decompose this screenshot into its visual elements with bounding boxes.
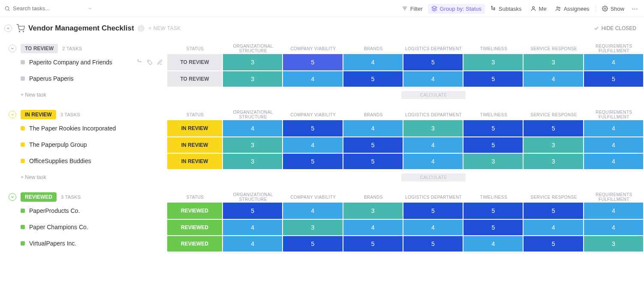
score-cell[interactable]: 4 [223,120,283,136]
score-cell[interactable]: 5 [343,136,403,153]
score-cell[interactable]: 3 [524,136,584,153]
status-cell[interactable]: REVIEWED [167,203,223,219]
score-cell[interactable]: 4 [223,235,283,252]
task-cell[interactable]: The Paperpulp Group [0,136,167,153]
score-cell[interactable]: 4 [343,219,403,235]
score-cell[interactable]: 5 [463,219,524,235]
collapse-list-toggle[interactable] [4,24,12,32]
show-button[interactable]: Show [599,4,628,14]
column-header[interactable]: ORGANIZATIONAL STRUCTURE [223,110,283,119]
score-cell[interactable]: 3 [463,153,524,169]
me-button[interactable]: Me [527,4,550,14]
column-header[interactable]: COMPANY VIABILITY [283,195,343,200]
score-cell[interactable]: 4 [584,54,644,70]
score-cell[interactable]: 5 [463,120,524,136]
score-cell[interactable]: 4 [403,219,463,235]
status-cell[interactable]: REVIEWED [167,235,223,252]
more-menu-button[interactable]: ··· [629,4,641,14]
score-cell[interactable]: 4 [343,54,403,70]
edit-icon[interactable] [157,59,163,65]
score-cell[interactable]: 4 [584,219,644,235]
score-cell[interactable]: 4 [403,136,463,153]
score-cell[interactable]: 5 [463,136,524,153]
score-cell[interactable]: 4 [343,120,403,136]
score-cell[interactable]: 4 [584,153,644,169]
calculate-button[interactable]: CALCULATE [401,173,466,182]
score-cell[interactable]: 5 [343,235,403,252]
task-cell[interactable]: Paper Champions Co. [0,219,167,235]
score-cell[interactable]: 3 [223,54,283,70]
score-cell[interactable]: 5 [524,235,584,252]
score-cell[interactable]: 4 [283,70,343,87]
score-cell[interactable]: 5 [283,235,343,252]
score-cell[interactable]: 3 [223,70,283,87]
filter-button[interactable]: Filter [398,4,426,14]
info-icon[interactable]: i [138,25,144,32]
group-toggle[interactable] [9,45,16,52]
column-header[interactable]: SERVICE RESPONSE [524,46,584,51]
group-toggle[interactable] [9,111,16,118]
score-cell[interactable]: 5 [403,235,463,252]
search-input[interactable] [13,5,81,12]
score-cell[interactable]: 5 [463,70,524,87]
column-header[interactable]: TIMELINESS [463,112,524,117]
score-cell[interactable]: 5 [283,54,343,70]
score-cell[interactable]: 3 [524,153,584,169]
score-cell[interactable]: 4 [403,153,463,169]
score-cell[interactable]: 5 [283,153,343,169]
column-header[interactable]: BRANDS [343,112,403,117]
score-cell[interactable]: 5 [403,54,463,70]
score-cell[interactable]: 4 [283,203,343,219]
score-cell[interactable]: 5 [343,153,403,169]
score-cell[interactable]: 5 [463,203,524,219]
score-cell[interactable]: 3 [223,153,283,169]
subtask-icon[interactable] [136,59,142,65]
score-cell[interactable]: 5 [283,120,343,136]
column-header[interactable]: BRANDS [343,46,403,51]
status-pill[interactable]: TO REVIEW [21,44,58,53]
column-header[interactable]: LOGISTICS DEPARTMENT [403,195,463,200]
groupby-button[interactable]: Group by: Status [428,4,485,14]
new-task-button[interactable]: + New task [0,170,167,185]
score-cell[interactable]: 4 [223,219,283,235]
status-pill[interactable]: IN REVIEW [21,110,56,119]
tag-icon[interactable] [147,59,153,65]
group-toggle[interactable] [9,193,16,201]
task-cell[interactable]: Paperus Paperis [0,70,167,87]
score-cell[interactable]: 4 [584,120,644,136]
task-cell[interactable]: Paperito Company and Friends [0,54,167,70]
column-header[interactable]: BRANDS [343,195,403,200]
subtasks-button[interactable]: Subtasks [487,4,525,14]
status-cell[interactable]: IN REVIEW [167,136,223,153]
hide-closed-button[interactable]: HIDE CLOSED [594,25,636,31]
score-cell[interactable]: 3 [463,54,524,70]
column-header[interactable]: ORGANIZATIONAL STRUCTURE [223,44,283,53]
score-cell[interactable]: 3 [524,54,584,70]
score-cell[interactable]: 4 [584,136,644,153]
column-header[interactable]: REQUIREMENTS FULFILLMENT [584,110,644,119]
calculate-button[interactable]: CALCULATE [401,91,466,99]
column-header[interactable]: TIMELINESS [463,46,524,51]
column-header[interactable]: TIMELINESS [463,195,524,200]
column-header[interactable]: LOGISTICS DEPARTMENT [403,46,463,51]
score-cell[interactable]: 5 [524,203,584,219]
score-cell[interactable]: 3 [403,120,463,136]
score-cell[interactable]: 5 [403,203,463,219]
score-cell[interactable]: 4 [524,219,584,235]
column-header[interactable]: SERVICE RESPONSE [524,195,584,200]
score-cell[interactable]: 5 [524,120,584,136]
column-header[interactable]: COMPANY VIABILITY [283,46,343,51]
chevron-down-icon[interactable] [87,6,93,11]
column-header[interactable]: LOGISTICS DEPARTMENT [403,112,463,117]
score-cell[interactable]: 5 [584,70,644,87]
new-task-button[interactable]: + New task [0,88,167,102]
assignees-button[interactable]: Assignees [552,4,593,14]
status-cell[interactable]: REVIEWED [167,219,223,235]
column-header[interactable]: COMPANY VIABILITY [283,112,343,117]
task-cell[interactable]: VirtualPapers Inc. [0,235,167,252]
status-cell[interactable]: IN REVIEW [167,120,223,136]
score-cell[interactable]: 3 [343,203,403,219]
new-task-header-button[interactable]: + NEW TASK [149,25,181,31]
status-cell[interactable]: IN REVIEW [167,153,223,169]
column-header[interactable]: REQUIREMENTS FULFILLMENT [584,192,644,202]
